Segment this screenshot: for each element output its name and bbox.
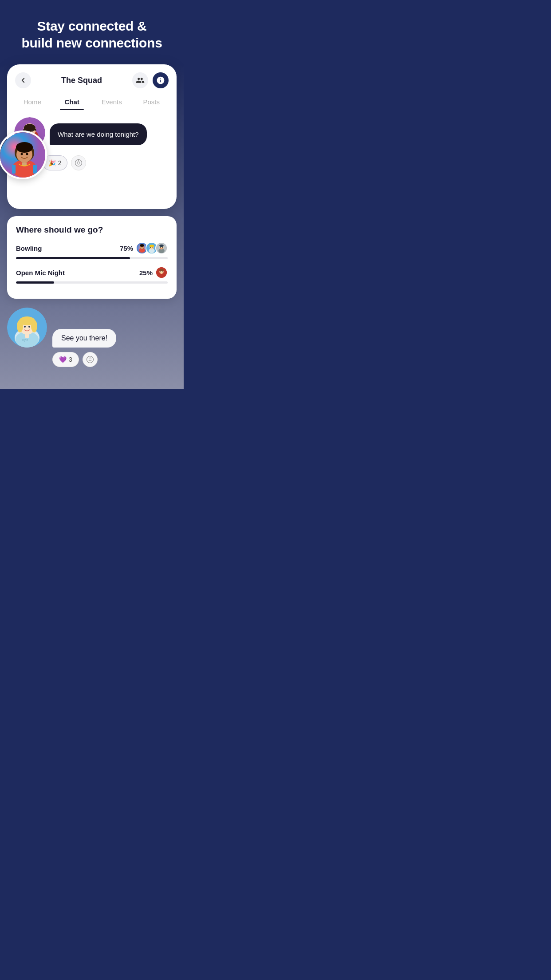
bowling-label: Bowling (16, 245, 42, 252)
poll-option-openmic-header: Open Mic Night 25% (16, 266, 168, 279)
tab-events[interactable]: Events (92, 95, 132, 110)
svg-point-43 (160, 271, 161, 272)
bottom-add-reaction-button[interactable] (83, 352, 98, 367)
chat-card: The Squad Home Chat (7, 64, 177, 209)
heart-reaction[interactable]: 💜 3 (52, 352, 79, 367)
message-text: What are we doing tonight? (58, 130, 139, 138)
svg-line-10 (78, 161, 78, 161)
bowling-progress-bg (16, 257, 168, 259)
tab-bar: Home Chat Events Posts (7, 88, 177, 110)
svg-point-38 (162, 247, 163, 248)
tab-chat[interactable]: Chat (52, 95, 92, 110)
tab-home-label: Home (24, 98, 41, 106)
openmic-progress-bg (16, 281, 168, 284)
chat-title: The Squad (61, 76, 102, 85)
tab-home[interactable]: Home (12, 95, 52, 110)
poll-option-openmic: Open Mic Night 25% (16, 266, 168, 284)
poll-card: Where should we go? Bowling 75% (7, 216, 177, 299)
svg-point-54 (24, 326, 26, 328)
bottom-reactions-row: 💜 3 (7, 352, 177, 367)
bowling-percent: 75% (120, 245, 133, 252)
header-icons (132, 72, 169, 88)
poll-title: Where should we go? (16, 225, 168, 235)
floating-avatar-man (0, 130, 47, 179)
headline-line1: Stay connected & (37, 19, 147, 33)
svg-point-17 (16, 142, 33, 153)
bottom-msg-row: style Se (7, 308, 177, 348)
bottom-avatar-image: style (7, 308, 47, 348)
svg-rect-21 (33, 165, 37, 174)
info-icon (156, 76, 165, 85)
back-arrow-icon (19, 76, 27, 84)
svg-point-26 (140, 244, 144, 247)
svg-point-18 (21, 153, 23, 155)
svg-point-7 (77, 162, 78, 163)
openmic-progress-fill (16, 281, 54, 284)
see-you-bubble: See you there! (52, 329, 116, 348)
poll-avatar-openmic-img (156, 266, 167, 279)
poll-avatar-3 (155, 242, 168, 254)
heart-count: 3 (69, 356, 72, 363)
chat-header: The Squad (7, 64, 177, 88)
bowling-progress-fill (16, 257, 130, 259)
svg-point-44 (162, 271, 163, 272)
svg-point-58 (91, 359, 91, 360)
poll-option-bowling: Bowling 75% (16, 242, 168, 259)
people-button[interactable] (132, 72, 148, 88)
heart-emoji: 💜 (59, 356, 67, 363)
svg-point-55 (28, 326, 30, 328)
tab-posts-label: Posts (143, 98, 160, 106)
back-button[interactable] (15, 72, 31, 88)
bowling-avatars (136, 242, 168, 254)
openmic-avatars (155, 266, 168, 279)
svg-point-57 (89, 359, 90, 360)
bowling-right: 75% (120, 242, 168, 254)
svg-point-31 (150, 247, 151, 248)
svg-point-42 (159, 269, 163, 271)
man-avatar-image (0, 132, 47, 179)
tab-events-label: Events (102, 98, 122, 106)
openmic-percent: 25% (139, 269, 153, 277)
mid-bg: The Squad Home Chat (0, 64, 184, 389)
bottom-avatar: style (7, 308, 47, 348)
svg-rect-20 (12, 165, 16, 174)
svg-point-32 (153, 247, 153, 248)
svg-point-52 (17, 320, 23, 332)
add-reaction-button[interactable] (71, 155, 86, 170)
tab-posts[interactable]: Posts (132, 95, 172, 110)
svg-point-19 (26, 153, 28, 155)
headline-line2: build new connections (21, 36, 162, 50)
party-count: 2 (58, 159, 62, 166)
people-icon (136, 76, 145, 85)
bottom-add-reaction-icon (86, 356, 94, 364)
see-you-text: See you there! (61, 334, 107, 342)
svg-point-53 (31, 320, 37, 332)
party-emoji: 🎉 (48, 159, 56, 166)
bottom-message-area: style Se (0, 299, 184, 380)
svg-point-30 (150, 245, 154, 247)
message-bubble: What are we doing tonight? (50, 123, 147, 145)
svg-point-36 (159, 245, 163, 247)
poll-option-bowling-header: Bowling 75% (16, 242, 168, 254)
svg-point-8 (79, 162, 80, 163)
messages-area: What are we doing tonight? 🤔 1 🎉 2 (7, 110, 177, 170)
top-section: Stay connected & build new connections (0, 0, 184, 64)
poll-avatar-openmic (155, 266, 168, 279)
poll-avatar-3-img (156, 242, 167, 254)
svg-text:style: style (22, 338, 28, 342)
add-reaction-icon (75, 159, 83, 167)
openmic-right: 25% (139, 266, 168, 279)
svg-point-37 (160, 247, 161, 248)
headline: Stay connected & build new connections (13, 18, 170, 51)
info-button[interactable] (153, 72, 169, 88)
openmic-label: Open Mic Night (16, 269, 65, 277)
tab-chat-label: Chat (65, 98, 79, 106)
